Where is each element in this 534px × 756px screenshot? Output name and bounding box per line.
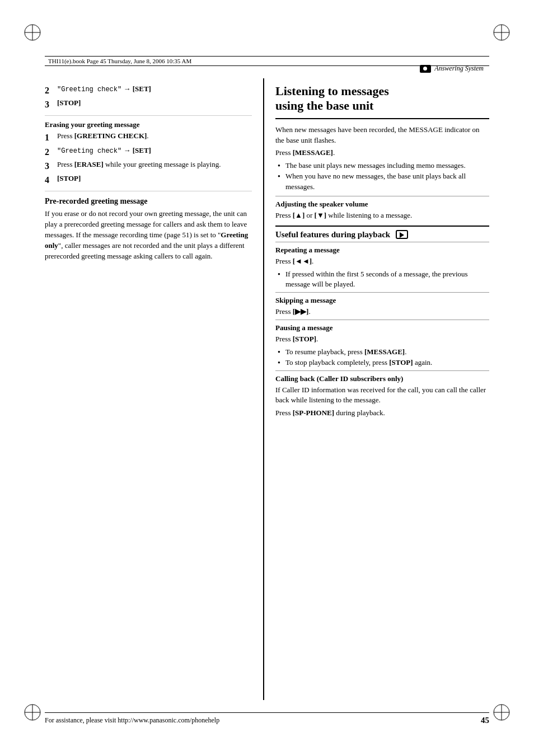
pausing-press: Press [STOP]. xyxy=(275,334,489,345)
step-2b-code: "Greeting check" xyxy=(57,147,121,155)
message-bullets: The base unit plays new messages includi… xyxy=(275,161,489,192)
footer: For assistance, please visit http://www.… xyxy=(45,712,489,725)
left-step-1: 1 Press [GREETING CHECK]. xyxy=(45,131,252,144)
prerecorded-bold: Greeting only xyxy=(45,231,248,250)
message-bold: [MESSAGE] xyxy=(293,148,333,157)
adjusting-body: Press [▲] or [▼] while listening to a me… xyxy=(275,210,489,221)
divider-2 xyxy=(45,191,252,191)
pausing-bullets: To resume playback, press [MESSAGE]. To … xyxy=(275,347,489,368)
adjusting-bold: [▲] xyxy=(293,211,305,219)
calling-sp-phone-bold: [SP-PHONE] xyxy=(293,408,334,417)
erasing-heading: Erasing your greeting message xyxy=(45,120,252,129)
skipping-heading: Skipping a message xyxy=(275,296,489,305)
step-3b-bold: [ERASE] xyxy=(74,160,104,168)
step-1-content: Press [GREETING CHECK]. xyxy=(57,131,252,144)
step-2b-arrow: → xyxy=(123,146,132,154)
step-3a-text: [STOP] xyxy=(57,98,81,107)
step-3b-content: Press [ERASE] while your greeting messag… xyxy=(57,159,252,172)
corner-mark-br xyxy=(491,702,512,722)
step-2a-content: "Greeting check" → [SET] xyxy=(57,84,252,97)
calling-press: Press [SP-PHONE] during playback. xyxy=(275,408,489,419)
step-3a-number: 3 xyxy=(45,98,55,111)
calling-heading: Calling back (Caller ID subscribers only… xyxy=(275,374,489,383)
header-file-info: THI11(e).book Page 45 Thursday, June 8, … xyxy=(48,58,191,64)
corner-mark-tl xyxy=(22,22,43,43)
pausing-stop-bold: [STOP] xyxy=(293,335,316,343)
useful-features-heading: Useful features during playback xyxy=(275,226,489,240)
top-right-label: Answering System xyxy=(420,64,484,73)
step-2a-set: [SET] xyxy=(133,84,151,93)
repeating-bold: [◄◄] xyxy=(293,257,312,265)
left-step-2b: 2 "Greeting check" → [SET] xyxy=(45,145,252,158)
divider-repeating xyxy=(275,242,489,242)
left-column: 2 "Greeting check" → [SET] 3 [STOP] Eras… xyxy=(45,78,252,700)
step-2a-number: 2 xyxy=(45,84,55,97)
repeating-heading: Repeating a message xyxy=(275,246,489,255)
skipping-press: Press [▶▶]. xyxy=(275,307,489,317)
corner-mark-bl xyxy=(22,702,43,722)
bullet-2: When you have no new messages, the base … xyxy=(278,171,489,192)
step-3a-content: [STOP] xyxy=(57,98,252,111)
right-title: Listening to messages using the base uni… xyxy=(275,84,489,119)
content-area: 2 "Greeting check" → [SET] 3 [STOP] Eras… xyxy=(45,78,489,700)
step-4-number: 4 xyxy=(45,173,55,186)
calling-body: If Caller ID information was received fo… xyxy=(275,385,489,406)
left-step-3b: 3 Press [ERASE] while your greeting mess… xyxy=(45,159,252,172)
pausing-bullet-1: To resume playback, press [MESSAGE]. xyxy=(278,347,489,358)
left-step-3a: 3 [STOP] xyxy=(45,98,252,111)
page-container: THI11(e).book Page 45 Thursday, June 8, … xyxy=(0,0,534,756)
left-step-2a: 2 "Greeting check" → [SET] xyxy=(45,84,252,97)
step-2a-code: "Greeting check" xyxy=(57,86,121,93)
page-number: 45 xyxy=(481,716,489,725)
playback-icon xyxy=(396,230,408,239)
step-4-content: [STOP] xyxy=(57,173,252,186)
corner-mark-tr xyxy=(491,22,512,43)
adjusting-heading: Adjusting the speaker volume xyxy=(275,200,489,209)
pausing-bullet-2: To stop playback completely, press [STOP… xyxy=(278,358,489,368)
step-2a-arrow: → xyxy=(123,84,132,93)
prerecorded-heading: Pre-recorded greeting message xyxy=(45,197,252,206)
step-2b-number: 2 xyxy=(45,145,55,158)
pausing-stop2-bold: [STOP] xyxy=(389,358,413,367)
answering-system-label: Answering System xyxy=(434,64,484,73)
left-step-4: 4 [STOP] xyxy=(45,173,252,186)
repeating-bullet: If pressed within the first 5 seconds of… xyxy=(278,269,489,290)
title-line2: using the base unit xyxy=(275,98,373,112)
right-column: Listening to messages using the base uni… xyxy=(263,78,489,700)
step-1-number: 1 xyxy=(45,131,55,144)
intro-text: When new messages have been recorded, th… xyxy=(275,125,489,146)
title-line1: Listening to messages xyxy=(275,84,389,98)
pausing-message-bold: [MESSAGE] xyxy=(364,348,405,356)
press-message: Press [MESSAGE]. xyxy=(275,148,489,158)
step-1-bold: [GREETING CHECK] xyxy=(74,132,147,140)
divider-pausing xyxy=(275,320,489,320)
prerecorded-body: If you erase or do not record your own g… xyxy=(45,209,252,261)
repeating-press: Press [◄◄]. xyxy=(275,256,489,267)
useful-features-label: Useful features during playback xyxy=(275,230,390,240)
skipping-bold: [▶▶] xyxy=(293,307,309,316)
step-3b-number: 3 xyxy=(45,159,55,172)
adjusting-bold2: [▼] xyxy=(315,211,327,219)
footer-text: For assistance, please visit http://www.… xyxy=(45,716,219,725)
divider-calling xyxy=(275,370,489,371)
step-4-text: [STOP] xyxy=(57,174,81,182)
repeating-bullets: If pressed within the first 5 seconds of… xyxy=(275,269,489,290)
divider-1 xyxy=(45,115,252,116)
bullet-1: The base unit plays new messages includi… xyxy=(278,161,489,171)
divider-skipping xyxy=(275,292,489,293)
step-2b-set: [SET] xyxy=(133,146,151,154)
step-2b-content: "Greeting check" → [SET] xyxy=(57,145,252,158)
pausing-heading: Pausing a message xyxy=(275,323,489,332)
divider-adjusting xyxy=(275,196,489,196)
